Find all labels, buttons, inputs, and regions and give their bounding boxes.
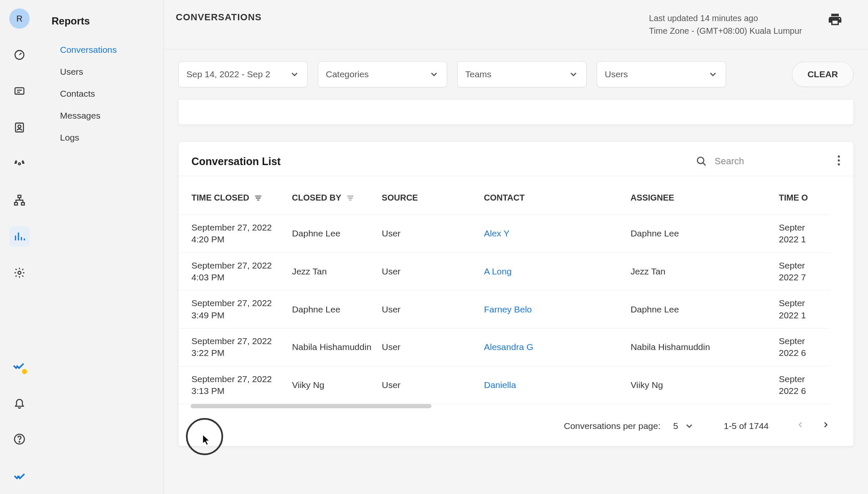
header-meta: Last updated 14 minutes ago Time Zone - … [649,12,802,37]
cell-source: User [382,304,484,315]
table: TIME CLOSED CLOSED BY SOURCE CONTACT ASS… [179,176,853,408]
cell-time-closed: September 27, 2022 3:13 PM [191,373,292,397]
svg-rect-5 [18,195,21,198]
categories-label: Categories [326,69,429,79]
col-time-opened[interactable]: TIME O [779,193,830,203]
svg-point-11 [697,157,704,163]
search-input[interactable] [715,156,824,167]
app-logo-icon[interactable] [9,356,30,377]
cell-time-opened: Septer 2022 6 [779,335,830,359]
svg-point-14 [838,163,840,166]
main-content: CONVERSATIONS Last updated 14 minutes ag… [164,0,868,494]
cell-closed-by: Daphne Lee [292,228,382,239]
search-icon[interactable] [696,156,707,167]
table-header: TIME CLOSED CLOSED BY SOURCE CONTACT ASS… [179,176,830,215]
scrollbar-thumb[interactable] [191,404,431,408]
page-size-select[interactable]: 5 [673,421,694,431]
check-icon[interactable] [9,465,30,486]
cell-contact[interactable]: Alex Y [484,228,631,239]
date-range-select[interactable]: Sep 14, 2022 - Sep 2 [178,61,308,87]
cell-contact[interactable]: Farney Belo [484,304,631,315]
users-select[interactable]: Users [597,61,726,87]
table-row[interactable]: September 27, 2022 3:49 PM Daphne Lee Us… [179,290,830,328]
prev-page-button[interactable] [794,418,807,433]
chevron-down-icon [429,69,439,79]
svg-rect-1 [15,88,24,94]
page-size-label: Conversations per page: [564,421,661,431]
cell-assignee: Jezz Tan [631,266,779,277]
col-closed-by[interactable]: CLOSED BY [292,193,382,203]
svg-point-13 [838,159,840,161]
svg-rect-6 [14,203,17,205]
table-row[interactable]: September 27, 2022 3:22 PM Nabila Hisham… [179,328,830,366]
svg-point-3 [18,125,21,128]
cell-time-closed: September 27, 2022 3:22 PM [191,335,292,359]
teams-select[interactable]: Teams [457,61,587,87]
col-source[interactable]: SOURCE [382,193,484,203]
svg-point-8 [18,271,21,274]
col-assignee[interactable]: ASSIGNEE [631,193,779,203]
clear-button[interactable]: CLEAR [792,62,854,87]
reports-icon[interactable] [9,226,30,247]
print-button[interactable] [827,12,843,29]
contacts-icon[interactable] [9,117,30,138]
table-row[interactable]: September 27, 2022 4:20 PM Daphne Lee Us… [179,215,830,253]
notifications-icon[interactable] [9,393,30,413]
cell-closed-by: Viiky Ng [292,380,382,390]
cell-time-closed: September 27, 2022 3:49 PM [191,297,292,321]
categories-select[interactable]: Categories [318,61,447,87]
date-range-value: Sep 14, 2022 - Sep 2 [186,69,289,79]
sidebar-item-users[interactable]: Users [52,61,164,83]
sidebar: Reports Conversations Users Contacts Mes… [39,0,164,494]
chevron-down-icon [708,69,718,79]
more-options-button[interactable] [837,155,841,168]
cell-closed-by: Jezz Tan [292,266,382,277]
svg-rect-7 [22,203,25,205]
dashboard-icon[interactable] [9,45,30,65]
cell-time-opened: Septer 2022 1 [779,222,830,246]
cell-contact[interactable]: Daniella [484,380,631,390]
cell-assignee: Daphne Lee [631,228,779,239]
sidebar-item-contacts[interactable]: Contacts [52,83,164,105]
conversation-list-card: Conversation List TIME CLOSED CLOSED BY [178,141,854,446]
cell-time-opened: Septer 2022 7 [779,260,830,284]
settings-icon[interactable] [9,263,30,283]
users-label: Users [605,69,708,79]
summary-card-bottom [178,99,854,125]
teams-label: Teams [465,69,568,79]
cell-time-opened: Septer 2022 6 [779,373,830,397]
avatar[interactable]: R [9,8,30,29]
cell-time-closed: September 27, 2022 4:20 PM [191,222,292,246]
svg-point-10 [19,441,20,442]
card-title: Conversation List [191,155,281,168]
sidebar-item-conversations[interactable]: Conversations [52,39,164,61]
table-row[interactable]: September 27, 2022 3:13 PM Viiky Ng User… [179,366,830,404]
messages-icon[interactable] [9,81,30,101]
chevron-down-icon [289,69,300,79]
cell-contact[interactable]: A Long [484,266,631,277]
cell-source: User [382,228,484,239]
help-icon[interactable] [9,429,30,449]
horizontal-scrollbar[interactable] [191,404,841,408]
broadcast-icon[interactable] [9,154,30,174]
cell-time-opened: Septer 2022 1 [779,297,830,321]
cell-contact[interactable]: Alesandra G [484,342,631,352]
col-time-closed[interactable]: TIME CLOSED [191,193,292,203]
cell-source: User [382,380,484,390]
workflow-icon[interactable] [9,190,30,210]
cell-source: User [382,266,484,277]
page-header: CONVERSATIONS Last updated 14 minutes ag… [164,0,868,49]
pagination: Conversations per page: 5 1-5 of 1744 [179,408,853,446]
sidebar-item-logs[interactable]: Logs [52,127,164,149]
page-title: CONVERSATIONS [176,12,262,23]
nav-rail: R [0,0,39,494]
table-row[interactable]: September 27, 2022 4:03 PM Jezz Tan User… [179,253,830,291]
cell-closed-by: Daphne Lee [292,304,382,315]
col-contact[interactable]: CONTACT [484,193,631,203]
cell-closed-by: Nabila Hishamuddin [292,342,382,352]
next-page-button[interactable] [819,418,832,433]
cell-assignee: Daphne Lee [631,304,779,315]
svg-point-12 [838,155,840,157]
sort-icon [254,193,263,203]
sidebar-item-messages[interactable]: Messages [52,105,164,127]
